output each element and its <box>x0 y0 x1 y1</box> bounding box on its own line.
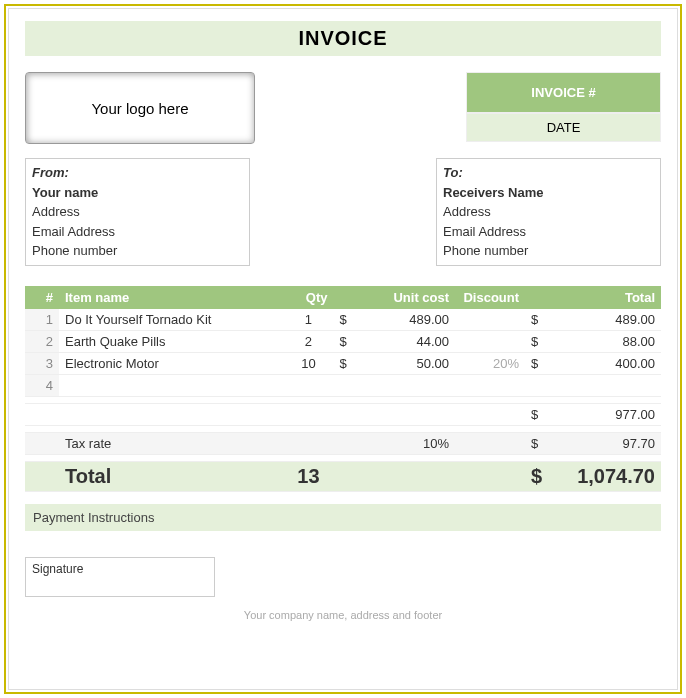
row-unit-currency: $ <box>333 352 347 374</box>
row-unit-currency <box>333 374 347 396</box>
row-num: 2 <box>25 330 59 352</box>
row-total-value: 88.00 <box>542 330 661 352</box>
col-disc: Discount <box>455 286 525 309</box>
row-unit-value: 489.00 <box>347 309 455 331</box>
row-total-value: 400.00 <box>542 352 661 374</box>
col-qty: Qty <box>283 286 333 309</box>
items-table: # Item name Qty Unit cost Discount Total… <box>25 286 661 492</box>
grand-total-value: 1,074.70 <box>542 461 661 491</box>
row-qty: 10 <box>283 352 333 374</box>
row-item: Do It Yourself Tornado Kit <box>59 309 283 331</box>
col-num: # <box>25 286 59 309</box>
table-row: 2Earth Quake Pills2$44.00$88.00 <box>25 330 661 352</box>
grand-total-label: Total <box>59 461 283 491</box>
document-title: INVOICE <box>25 21 661 56</box>
row-unit-currency: $ <box>333 309 347 331</box>
footer-text: Your company name, address and footer <box>25 609 661 621</box>
col-total: Total <box>525 286 661 309</box>
row-qty: 2 <box>283 330 333 352</box>
row-unit-value: 50.00 <box>347 352 455 374</box>
tax-rate: 10% <box>333 432 455 454</box>
invoice-date-label: DATE <box>466 113 661 142</box>
from-phone: Phone number <box>32 241 243 261</box>
tax-label: Tax rate <box>59 432 283 454</box>
row-discount <box>455 374 525 396</box>
table-row: 1Do It Yourself Tornado Kit1$489.00$489.… <box>25 309 661 331</box>
subtotal-value: 977.00 <box>542 403 661 425</box>
row-item: Electronic Motor <box>59 352 283 374</box>
row-total-value <box>542 374 661 396</box>
tax-value: 97.70 <box>542 432 661 454</box>
row-item: Earth Quake Pills <box>59 330 283 352</box>
row-unit-currency: $ <box>333 330 347 352</box>
table-row: 4 <box>25 374 661 396</box>
table-row: 3Electronic Motor10$50.0020%$400.00 <box>25 352 661 374</box>
row-num: 4 <box>25 374 59 396</box>
row-total-value: 489.00 <box>542 309 661 331</box>
from-address: Address <box>32 202 243 222</box>
subtotal-currency: $ <box>525 403 542 425</box>
row-total-currency: $ <box>525 352 542 374</box>
row-item <box>59 374 283 396</box>
row-unit-value: 44.00 <box>347 330 455 352</box>
to-header: To: <box>443 163 654 183</box>
from-email: Email Address <box>32 222 243 242</box>
from-name: Your name <box>32 183 243 203</box>
to-email: Email Address <box>443 222 654 242</box>
row-total-currency <box>525 374 542 396</box>
to-box: To: Receivers Name Address Email Address… <box>436 158 661 266</box>
col-unit: Unit cost <box>333 286 455 309</box>
logo-placeholder: Your logo here <box>25 72 255 144</box>
col-item: Item name <box>59 286 283 309</box>
from-header: From: <box>32 163 243 183</box>
tax-currency: $ <box>525 432 542 454</box>
row-qty <box>283 374 333 396</box>
row-unit-value <box>347 374 455 396</box>
invoice-number-label: INVOICE # <box>466 72 661 113</box>
signature-box: Signature <box>25 557 215 597</box>
row-total-currency: $ <box>525 330 542 352</box>
row-total-currency: $ <box>525 309 542 331</box>
row-num: 3 <box>25 352 59 374</box>
payment-instructions: Payment Instructions <box>25 504 661 531</box>
row-num: 1 <box>25 309 59 331</box>
to-address: Address <box>443 202 654 222</box>
grand-total-qty: 13 <box>283 461 333 491</box>
to-name: Receivers Name <box>443 183 654 203</box>
row-discount: 20% <box>455 352 525 374</box>
grand-total-currency: $ <box>525 461 542 491</box>
row-discount <box>455 309 525 331</box>
from-box: From: Your name Address Email Address Ph… <box>25 158 250 266</box>
row-discount <box>455 330 525 352</box>
row-qty: 1 <box>283 309 333 331</box>
to-phone: Phone number <box>443 241 654 261</box>
